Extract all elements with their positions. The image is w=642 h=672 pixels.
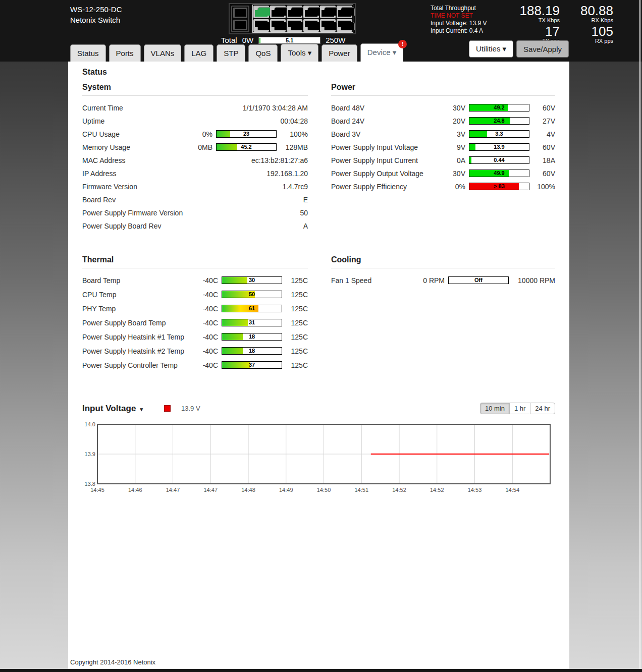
meter-thermal: 18	[222, 347, 282, 355]
tab-vlans[interactable]: VLANs	[144, 44, 182, 62]
row-thermal: Power Supply Heatsink #2 Temp-40C18125C	[82, 346, 308, 356]
bar-max-label: 100%	[533, 183, 555, 191]
bar-min-label: -40C	[197, 347, 218, 355]
range-button-24hr[interactable]: 24 hr	[530, 403, 555, 414]
meter-value: 23	[217, 131, 276, 137]
svg-text:13.8: 13.8	[85, 481, 95, 487]
svg-text:14:52: 14:52	[392, 487, 406, 493]
scrollbar[interactable]	[639, 0, 640, 669]
meter-value: 30	[222, 277, 282, 284]
meter-value: 0.44	[469, 157, 529, 163]
meter-power: 24.8	[469, 117, 529, 125]
chevron-down-icon: ▾	[503, 44, 507, 53]
row-label: Board Temp	[82, 276, 197, 285]
bar-max-label: 125C	[286, 291, 308, 299]
bar-max-label: 18A	[533, 156, 555, 164]
row-thermal: Board Temp-40C30125C	[82, 275, 308, 285]
port-3	[270, 6, 286, 18]
row-label: Fan 1 Speed	[331, 276, 418, 285]
port-body	[322, 10, 334, 17]
alert-badge: !	[398, 40, 407, 48]
utilities-button[interactable]: Utilities ▾	[469, 40, 513, 58]
meter-value: 49.9	[469, 170, 529, 177]
time-range-group: 10 min1 hr24 hr	[480, 403, 555, 414]
port-body	[255, 10, 268, 17]
tab-lag[interactable]: LAG	[184, 44, 213, 62]
row-label: Power Supply Output Voltage	[331, 170, 447, 178]
bar-max-label: 125C	[286, 276, 308, 285]
bar-min-label: 0%	[190, 130, 212, 138]
tab-label: QoS	[255, 49, 271, 58]
chart-title-dropdown[interactable]: Input Voltage ▾	[82, 404, 143, 414]
panel-system: SystemCurrent Time1/1/1970 3:04:28 AMUpt…	[82, 83, 308, 234]
row-system: Memory Usage0MB45.2128MB	[82, 142, 308, 152]
meter-value: 3.3	[469, 131, 529, 137]
row-system: CPU Usage0%23100%	[82, 129, 308, 139]
voltage-chart: 14.013.913.814:4514:4614:4714:4714:4814:…	[82, 421, 555, 500]
rx-pps-label: RX pps	[567, 38, 613, 44]
tab-label: Power	[329, 49, 350, 58]
tab-status[interactable]: Status	[70, 44, 106, 62]
copyright-text: Copyright 2014-2016 Netonix	[70, 658, 155, 666]
port-8	[303, 19, 319, 32]
row-power: Board 3V3V3.34V	[331, 129, 555, 139]
port-body	[272, 21, 284, 27]
tab-device[interactable]: Device ▾!	[360, 43, 404, 62]
meter-thermal: 30	[222, 276, 282, 284]
panel-power: PowerBoard 48V30V49.260VBoard 24V20V24.8…	[331, 83, 555, 195]
row-label: Board Rev	[82, 196, 116, 204]
port-body	[288, 10, 301, 17]
row-thermal: Power Supply Controller Temp-40C37125C	[82, 360, 308, 370]
meter-value: 49.2	[469, 104, 529, 111]
legend-value: 13.9 V	[181, 405, 200, 412]
range-button-10min[interactable]: 10 min	[480, 403, 510, 414]
meter-thermal: 18	[222, 333, 282, 341]
row-label: Power Supply Controller Temp	[82, 361, 197, 369]
meter-power: 0.44	[469, 156, 529, 164]
row-system: Current Time1/1/1970 3:04:28 AM	[82, 103, 308, 113]
range-button-1hr[interactable]: 1 hr	[509, 403, 530, 414]
bar-min-label: 0MB	[190, 143, 212, 151]
tab-qos[interactable]: QoS	[248, 44, 278, 62]
svg-text:14.0: 14.0	[85, 421, 95, 427]
tab-power[interactable]: Power	[322, 44, 357, 62]
port-body	[305, 10, 317, 17]
row-label: Board 24V	[331, 117, 447, 125]
row-power: Board 24V20V24.827V	[331, 116, 555, 126]
row-label: Power Supply Input Voltage	[331, 143, 447, 151]
bar-max-label: 125C	[286, 305, 308, 313]
bar-min-label: 0A	[447, 156, 465, 164]
tab-tools[interactable]: Tools ▾	[281, 44, 318, 62]
svg-text:14:53: 14:53	[468, 487, 482, 493]
save-apply-button[interactable]: Save/Apply	[516, 40, 569, 58]
port-1	[253, 6, 269, 18]
row-label: Power Supply Input Current	[331, 156, 447, 164]
bar-min-label: -40C	[197, 276, 218, 285]
bar-min-label: -40C	[197, 291, 218, 299]
row-value: A	[161, 222, 308, 230]
row-label: CPU Temp	[82, 291, 197, 299]
bar-min-label: 30V	[447, 104, 465, 112]
meter-value: 50	[222, 291, 282, 298]
tab-label: Status	[77, 49, 99, 58]
input-voltage-chart-section: Input Voltage ▾ 13.9 V 10 min1 hr24 hr 1…	[82, 403, 555, 500]
meter-value: 18	[222, 348, 282, 354]
meter-power: 49.9	[469, 170, 529, 177]
total-power-meter: 5.1	[258, 37, 320, 44]
row-label: Current Time	[82, 104, 123, 112]
throughput-label: Total Throughput	[431, 5, 506, 12]
port-body	[305, 21, 317, 27]
row-label: Power Supply Firmware Version	[82, 209, 183, 217]
bar-max-label: 100%	[280, 130, 308, 138]
tab-stp[interactable]: STP	[217, 44, 245, 62]
row-label: Power Supply Efficiency	[331, 183, 447, 191]
port-4	[270, 19, 286, 32]
tab-ports[interactable]: Ports	[109, 44, 141, 62]
row-thermal: CPU Temp-40C50125C	[82, 290, 308, 299]
brand-block: WS-12-250-DC Netonix Switch	[70, 4, 122, 25]
meter-value: 61	[222, 305, 282, 312]
input-current-line: Input Current: 0.4 A	[431, 27, 506, 35]
row-label: Memory Usage	[82, 143, 190, 151]
row-power: Power Supply Efficiency0%> 83100%	[331, 182, 555, 191]
port-5	[287, 6, 302, 18]
